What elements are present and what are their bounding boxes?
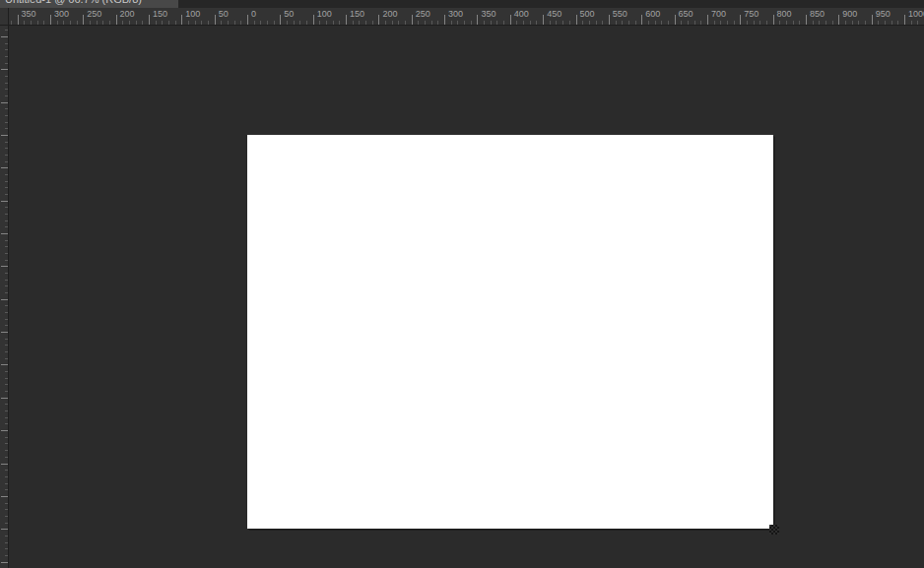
ruler-tick xyxy=(431,21,432,25)
ruler-tick xyxy=(5,181,8,182)
ruler-origin-corner[interactable] xyxy=(0,8,9,26)
ruler-tick xyxy=(1,430,8,431)
ruler-tick xyxy=(5,503,8,504)
ruler-label: 100 xyxy=(317,10,332,19)
ruler-tick xyxy=(569,21,570,25)
ruler-tick xyxy=(503,21,504,25)
ruler-tick xyxy=(675,15,676,25)
ruler-tick xyxy=(1,36,8,37)
horizontal-ruler[interactable]: 3503002502001501005005010015020025030035… xyxy=(0,8,924,26)
ruler-tick xyxy=(83,15,84,25)
ruler-label: 1000 xyxy=(908,10,924,19)
ruler-tick xyxy=(287,21,288,25)
ruler-tick xyxy=(700,21,701,25)
ruler-tick xyxy=(576,15,577,25)
ruler-tick xyxy=(556,21,557,25)
ruler-tick xyxy=(523,21,524,25)
ruler-tick xyxy=(457,21,458,25)
ruler-tick xyxy=(215,15,216,25)
ruler-tick xyxy=(5,128,8,129)
tab-bar: Untitled-1 @ 66.7% (RGB/8) xyxy=(0,0,924,8)
ruler-tick xyxy=(5,542,8,543)
ruler-tick xyxy=(5,76,8,77)
ruler-label: 300 xyxy=(54,10,69,19)
ruler-tick xyxy=(1,562,8,563)
ruler-tick xyxy=(885,21,886,25)
ruler-tick xyxy=(188,21,189,25)
ruler-tick xyxy=(5,89,8,90)
ruler-tick xyxy=(602,21,603,25)
ruler-tick xyxy=(201,21,202,25)
ruler-label: 200 xyxy=(382,10,397,19)
ruler-label: 750 xyxy=(744,10,759,19)
ruler-tick xyxy=(5,516,8,517)
ruler-tick xyxy=(451,21,452,25)
ruler-label: 400 xyxy=(514,10,529,19)
ruler-label: 800 xyxy=(777,10,792,19)
ruler-tick xyxy=(5,148,8,149)
ruler-tick xyxy=(418,21,419,25)
editor-window: Untitled-1 @ 66.7% (RGB/8) 3503002502001… xyxy=(0,0,924,568)
ruler-tick xyxy=(5,384,8,385)
ruler-tick xyxy=(5,437,8,438)
ruler-tick xyxy=(5,509,8,510)
document-canvas[interactable] xyxy=(247,135,773,529)
ruler-tick xyxy=(353,21,354,25)
ruler-tick xyxy=(5,43,8,44)
ruler-tick xyxy=(5,339,8,340)
ruler-tick xyxy=(773,15,774,25)
ruler-tick xyxy=(5,555,8,556)
ruler-tick xyxy=(5,292,8,293)
ruler-label: 250 xyxy=(416,10,430,19)
ruler-tick xyxy=(240,21,241,25)
ruler-tick xyxy=(1,398,8,399)
ruler-tick xyxy=(405,21,406,25)
ruler-tick xyxy=(437,21,438,25)
ruler-tick xyxy=(904,15,905,25)
ruler-tick xyxy=(129,21,130,25)
ruler-tick xyxy=(550,21,551,25)
ruler-tick xyxy=(714,21,715,25)
ruler-tick xyxy=(5,489,8,490)
ruler-tick xyxy=(819,21,820,25)
ruler-tick xyxy=(365,21,366,25)
ruler-tick xyxy=(5,378,8,379)
ruler-tick xyxy=(5,470,8,471)
ruler-label: 650 xyxy=(679,10,693,19)
ruler-tick xyxy=(5,536,8,536)
ruler-tick xyxy=(5,115,8,116)
ruler-tick xyxy=(464,21,465,25)
ruler-tick xyxy=(5,345,8,346)
ruler-tick xyxy=(5,221,8,221)
ruler-label: 150 xyxy=(350,10,364,19)
ruler-tick xyxy=(516,21,517,25)
ruler-tick xyxy=(510,15,511,25)
ruler-tick xyxy=(398,21,399,25)
ruler-label: 850 xyxy=(810,10,825,19)
ruler-tick xyxy=(1,332,8,333)
ruler-tick xyxy=(491,21,492,25)
ruler-label: 100 xyxy=(185,10,200,19)
ruler-tick xyxy=(641,15,642,25)
ruler-tick xyxy=(5,246,8,247)
ruler-tick xyxy=(5,108,8,109)
ruler-tick xyxy=(484,21,485,25)
ruler-tick xyxy=(5,187,8,188)
ruler-tick xyxy=(5,410,8,411)
ruler-tick xyxy=(668,21,669,25)
ruler-tick xyxy=(24,21,25,25)
ruler-tick xyxy=(63,21,64,25)
ruler-tick xyxy=(37,21,38,25)
ruler-tick xyxy=(77,21,78,25)
ruler-tick xyxy=(582,21,583,25)
ruler-tick xyxy=(1,135,8,136)
ruler-tick xyxy=(543,15,544,25)
ruler-label: 50 xyxy=(284,10,294,19)
ruler-tick xyxy=(1,496,8,497)
ruler-tick xyxy=(412,15,413,25)
document-tab[interactable]: Untitled-1 @ 66.7% (RGB/8) xyxy=(0,0,178,8)
ruler-tick xyxy=(346,15,347,25)
ruler-label: 50 xyxy=(219,10,229,19)
vertical-ruler[interactable] xyxy=(0,26,9,568)
ruler-tick xyxy=(648,21,649,25)
